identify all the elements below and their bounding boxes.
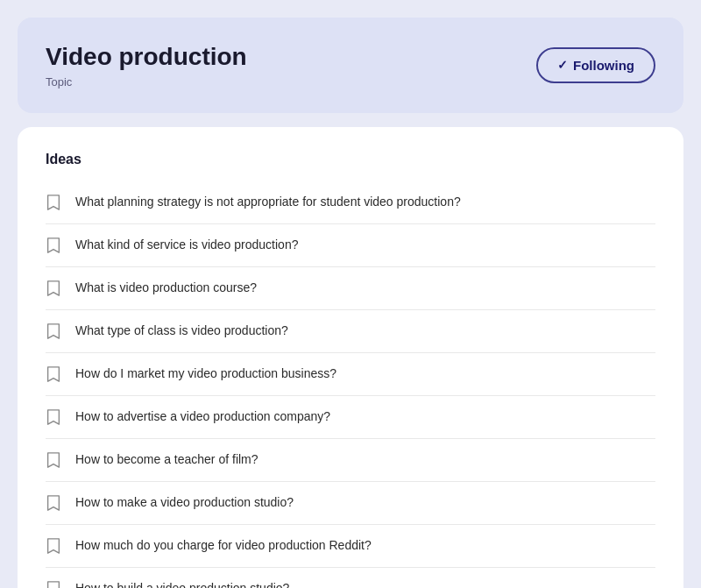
- bookmark-icon: [46, 365, 61, 383]
- page-title: Video production: [46, 42, 247, 72]
- idea-text: What is video production course?: [75, 280, 257, 297]
- bookmark-icon: [46, 494, 61, 512]
- idea-text: What planning strategy is not appropriat…: [75, 194, 461, 211]
- bookmark-icon: [46, 537, 61, 555]
- bookmark-icon: [46, 451, 61, 469]
- ideas-section-title: Ideas: [46, 152, 655, 167]
- check-icon: ✓: [557, 58, 568, 72]
- topic-label: Topic: [46, 75, 247, 89]
- following-button[interactable]: ✓ Following: [536, 47, 655, 83]
- header-card: Video production Topic ✓ Following: [18, 18, 683, 113]
- idea-item[interactable]: How to advertise a video production comp…: [46, 396, 655, 439]
- idea-text: How do I market my video production busi…: [75, 365, 336, 383]
- idea-text: What kind of service is video production…: [75, 237, 298, 254]
- idea-item[interactable]: What is video production course?: [46, 267, 655, 310]
- idea-item[interactable]: How much do you charge for video product…: [46, 525, 655, 568]
- bookmark-icon: [46, 194, 61, 211]
- idea-item[interactable]: How do I market my video production busi…: [46, 353, 655, 396]
- idea-text: How to make a video production studio?: [75, 494, 294, 512]
- content-card: Ideas What planning strategy is not appr…: [18, 127, 683, 588]
- idea-text: How to become a teacher of film?: [75, 451, 258, 469]
- idea-text: What type of class is video production?: [75, 322, 288, 340]
- idea-item[interactable]: What kind of service is video production…: [46, 224, 655, 267]
- header-left: Video production Topic: [46, 42, 247, 89]
- ideas-list: What planning strategy is not appropriat…: [46, 181, 655, 588]
- bookmark-icon: [46, 322, 61, 340]
- idea-item[interactable]: What planning strategy is not appropriat…: [46, 181, 655, 224]
- idea-item[interactable]: How to build a video production studio?: [46, 568, 655, 588]
- idea-item[interactable]: What type of class is video production?: [46, 310, 655, 353]
- idea-text: How to build a video production studio?: [75, 580, 289, 588]
- bookmark-icon: [46, 237, 61, 254]
- idea-item[interactable]: How to make a video production studio?: [46, 482, 655, 525]
- idea-item[interactable]: How to become a teacher of film?: [46, 439, 655, 482]
- bookmark-icon: [46, 580, 61, 588]
- following-label: Following: [573, 58, 634, 73]
- idea-text: How much do you charge for video product…: [75, 537, 372, 555]
- idea-text: How to advertise a video production comp…: [75, 408, 330, 426]
- bookmark-icon: [46, 408, 61, 426]
- bookmark-icon: [46, 280, 61, 297]
